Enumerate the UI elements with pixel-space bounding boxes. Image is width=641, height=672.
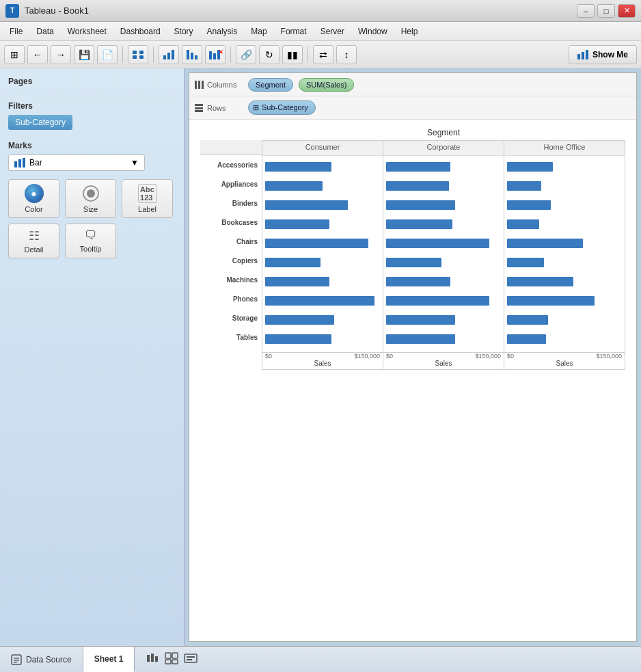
pages-title: Pages [8,77,176,86]
connection-button[interactable]: 🔗 [236,45,256,64]
bar-fill [265,239,368,248]
chart-button-1[interactable] [159,45,179,64]
menu-data[interactable]: Data [29,24,60,39]
menu-worksheet[interactable]: Worksheet [61,24,113,39]
label-button[interactable]: Abc123 Label [122,179,173,218]
bar-fill [507,277,573,286]
menu-server[interactable]: Server [314,24,351,39]
marks-section: Marks Bar ▼ ● Color Size Abc123 [8,141,176,258]
menu-format[interactable]: Format [274,24,314,39]
rows-pill-subcategory[interactable]: ⊞Sub-Category [248,100,316,115]
fit-button[interactable]: ↕ [336,45,357,64]
pause-button[interactable]: ▮▮ [282,45,303,64]
chart-button-2[interactable] [182,45,202,64]
columns-shelf: Columns Segment SUM(Sales) [189,73,636,96]
svg-rect-37 [165,660,171,664]
svg-rect-35 [165,653,171,658]
show-me-label: Show Me [592,50,628,59]
datasource-tab[interactable]: Data Source [0,647,83,672]
bar-fill [507,239,583,248]
home-office-axis-ticks: $0 $150,000 [504,353,625,360]
consumer-axis-label: Sales [262,360,383,369]
columns-pill-segment[interactable]: Segment [248,78,293,92]
detail-button[interactable]: ☷ Detail [8,224,59,258]
bar-corporate-phones [386,291,501,310]
menu-help[interactable]: Help [394,24,425,39]
new-dashboard-icon[interactable] [165,652,178,667]
bar-consumer-machines [265,272,380,291]
menu-dashboard[interactable]: Dashboard [113,24,167,39]
svg-rect-4 [163,55,166,59]
svg-rect-1 [139,51,144,54]
corporate-bars [383,156,504,352]
bar-fill [265,315,334,325]
size-button[interactable]: Size [65,179,116,218]
home-office-axis-end: $150,000 [596,353,622,360]
menu-map[interactable]: Map [244,24,273,39]
svg-rect-6 [172,50,174,59]
svg-rect-11 [213,53,216,59]
refresh-button[interactable]: ↻ [259,45,279,64]
size-label: Size [83,205,98,213]
color-button[interactable]: ● Color [8,179,59,218]
bar-fill [386,239,489,248]
save-button[interactable]: 💾 [74,45,94,64]
home-office-panel: Home Office [504,141,625,369]
bar-fill [265,258,320,267]
row-labels: Accessories Appliances Binders Bookcases… [200,140,262,370]
bar-fill [386,296,489,306]
row-label-header-spacer [200,140,262,155]
home-office-header: Home Office [504,141,625,156]
menu-window[interactable]: Window [351,24,394,39]
marks-type-dropdown[interactable]: Bar ▼ [8,154,145,171]
svg-point-21 [87,189,95,198]
consumer-header: Consumer [262,141,383,156]
minimize-button[interactable]: – [577,4,595,18]
maximize-button[interactable]: □ [597,4,615,18]
menu-story[interactable]: Story [167,24,200,39]
bar-fill [265,296,374,306]
new-workbook-button[interactable]: ⊞ [4,45,25,64]
connect-data-button[interactable] [128,45,148,64]
bar-fill [507,200,551,210]
bar-corporate-storage [386,310,501,330]
svg-rect-0 [133,51,137,54]
chart-body: Accessories Appliances Binders Bookcases… [200,140,625,370]
sheet1-tab[interactable]: Sheet 1 [83,647,135,672]
window-controls: – □ ✕ [577,4,636,18]
menu-analysis[interactable]: Analysis [200,24,245,39]
close-button[interactable]: ✕ [618,4,636,18]
columns-pill-sales[interactable]: SUM(Sales) [299,78,354,92]
bar-homeoffice-copiers [507,253,622,272]
svg-rect-14 [577,54,580,59]
bar-corporate-machines [386,272,501,291]
corporate-axis: $0 $150,000 Sales [383,352,504,369]
duplicate-button[interactable]: 📄 [97,45,118,64]
bar-homeoffice-tables [507,330,622,349]
svg-rect-30 [14,660,19,661]
bar-homeoffice-accessories [507,157,622,176]
row-label-storage: Storage [200,308,262,327]
bottom-bar: Data Source Sheet 1 [0,646,641,672]
menu-file[interactable]: File [3,24,29,39]
corporate-axis-start: $0 [386,353,393,360]
menu-bar: File Data Worksheet Dashboard Story Anal… [0,22,641,41]
back-button[interactable]: ← [27,45,48,64]
bar-fill [265,334,331,344]
swap-button[interactable]: ⇄ [313,45,333,64]
label-label: Label [138,205,156,213]
chart-button-3[interactable]: ✕ [205,45,226,64]
consumer-bars [262,156,383,352]
bar-consumer-tables [265,330,380,349]
toolbar-sep-3 [230,46,231,63]
bar-fill [265,219,329,229]
bar-fill [507,181,541,191]
label-icon: Abc123 [138,184,157,203]
tooltip-button[interactable]: 🗨 Tooltip [65,224,116,258]
forward-button[interactable]: → [51,45,71,64]
new-story-icon[interactable] [184,652,197,667]
tooltip-icon: 🗨 [85,228,97,243]
new-sheet-icon[interactable] [146,652,159,667]
filter-chip-subcategory[interactable]: Sub-Category [8,115,72,130]
show-me-button[interactable]: Show Me [569,45,637,64]
